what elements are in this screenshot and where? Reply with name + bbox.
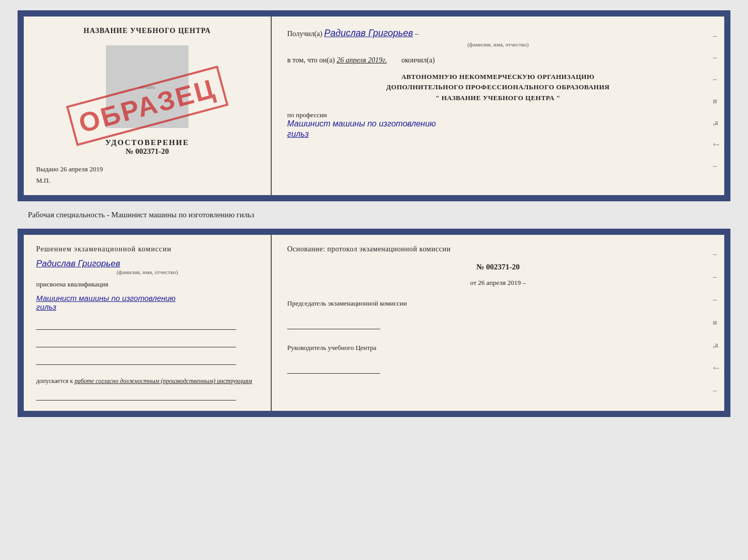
stamp-placeholder: печать xyxy=(139,84,155,90)
date-line: в том, что он(а) 26 апреля 2019г. окончи… xyxy=(287,56,709,65)
date-val: 26 апреля 2019г. xyxy=(337,56,387,64)
allowed-line xyxy=(36,392,236,401)
qualification-val2: гильз xyxy=(36,302,258,311)
cert-number: № 002371-20 xyxy=(36,147,258,156)
qualification-block: Машинист машины по изготовлению гильз xyxy=(36,294,258,311)
qualification-val: Машинист машины по изготовлению xyxy=(36,294,258,302)
chairman-label: Председатель экзаменационной комиссии xyxy=(287,299,709,308)
profession-label: по профессии xyxy=(287,111,709,119)
top-right-panel: Получил(а) Радислав Григорьев – (фамилия… xyxy=(272,17,724,195)
bottom-person-block: Радислав Григорьев (фамилия, имя, отчест… xyxy=(36,259,258,275)
line1 xyxy=(36,322,236,330)
recv-subtitle: (фамилия, имя, отчество) xyxy=(287,41,709,49)
issued-date: 26 апреля 2019 xyxy=(60,165,103,173)
osnov-line: Основание: протокол экзаменационной коми… xyxy=(287,245,709,253)
recv-label: Получил(а) xyxy=(287,30,322,38)
line2 xyxy=(36,339,236,347)
profession-val: Машинист машины по изготовлению xyxy=(287,119,709,129)
allowed-prefix: допускается к xyxy=(36,377,73,385)
doc-caption: Рабочая специальность - Машинист машины … xyxy=(28,211,254,219)
head-sig-line xyxy=(287,361,380,374)
allowed-text: работе согласно должностным (производств… xyxy=(74,377,252,385)
line3 xyxy=(36,357,236,365)
stamp-area: печать xyxy=(106,45,189,128)
bottom-person-name: Радислав Григорьев xyxy=(36,259,258,269)
date-from-val: 26 апреля 2019 xyxy=(478,279,521,286)
page-wrapper: НАЗВАНИЕ УЧЕБНОГО ЦЕНТРА печать ОБРАЗЕЦ … xyxy=(10,10,738,417)
recv-line: Получил(а) Радислав Григорьев – (фамилия… xyxy=(287,27,709,49)
bottom-person-subtitle: (фамилия, имя, отчество) xyxy=(36,269,258,275)
cert-title: УДОСТОВЕРЕНИЕ xyxy=(36,138,258,147)
org-block: АВТОНОМНУЮ НЕКОММЕРЧЕСКУЮ ОРГАНИЗАЦИЮ ДО… xyxy=(287,72,709,104)
date-from-prefix: от xyxy=(470,279,476,286)
org-line2: ДОПОЛНИТЕЛЬНОГО ПРОФЕССИОНАЛЬНОГО ОБРАЗО… xyxy=(287,82,709,93)
org-line1: АВТОНОМНУЮ НЕКОММЕРЧЕСКУЮ ОРГАНИЗАЦИЮ xyxy=(287,72,709,83)
decision-text: Решением экзаменационной комиссии xyxy=(36,245,258,253)
profession-val2: гильз xyxy=(287,130,709,139)
top-left-panel: НАЗВАНИЕ УЧЕБНОГО ЦЕНТРА печать ОБРАЗЕЦ … xyxy=(24,17,272,195)
profession-block: по профессии Машинист машины по изготовл… xyxy=(287,111,709,139)
head-label: Руководитель учебного Центра xyxy=(287,344,709,352)
protocol-number: № 002371-20 xyxy=(287,263,709,271)
top-document-card: НАЗВАНИЕ УЧЕБНОГО ЦЕНТРА печать ОБРАЗЕЦ … xyxy=(18,10,730,201)
right-side-dashes-bottom: – – – и ,а ‹– – – xyxy=(713,250,719,418)
assigned-label: присвоена квалификация xyxy=(36,280,258,289)
issued-label: Выдано xyxy=(36,165,58,173)
recv-name: Радислав Григорьев xyxy=(324,28,413,38)
bottom-lines xyxy=(36,322,258,365)
chairman-sig-line xyxy=(287,317,380,329)
bottom-right-panel: Основание: протокол экзаменационной коми… xyxy=(272,235,724,411)
recv-dash: – xyxy=(415,30,418,38)
date-from: от 26 апреля 2019 – xyxy=(287,279,709,287)
org-line3: " НАЗВАНИЕ УЧЕБНОГО ЦЕНТРА " xyxy=(287,93,709,104)
date-label: в том, что он(а) xyxy=(287,56,335,64)
date-dash: – xyxy=(522,279,526,286)
bottom-document-card: Решением экзаменационной комиссии Радисл… xyxy=(18,229,730,417)
okoncil-label: окончил(а) xyxy=(401,56,435,64)
issued-line: Выдано 26 апреля 2019 xyxy=(36,165,258,173)
bottom-left-panel: Решением экзаменационной комиссии Радисл… xyxy=(24,235,272,411)
allowed-block: допускается к работе согласно должностны… xyxy=(36,377,258,385)
right-side-dashes: – – – и ,а ‹– – xyxy=(713,32,719,170)
mp-line: М.П. xyxy=(36,177,258,185)
top-left-title: НАЗВАНИЕ УЧЕБНОГО ЦЕНТРА xyxy=(36,27,258,35)
